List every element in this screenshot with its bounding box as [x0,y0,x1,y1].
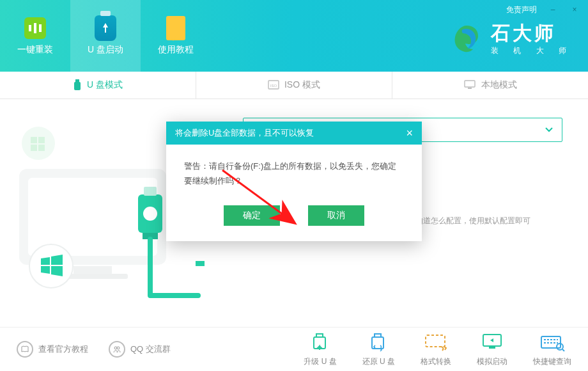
svg-rect-13 [144,187,157,196]
book-icon [17,341,33,358]
confirm-dialog: 将会删除U盘全部数据，且不可以恢复 × 警告：请自行备份(F:)盘上的所有数据，… [166,122,422,241]
nav-tutorial[interactable]: 使用教程 [141,0,211,72]
svg-rect-9 [74,266,112,274]
qq-group-label: QQ 交流群 [130,343,171,355]
chevron-down-icon [545,127,553,132]
usb-icon [73,79,82,91]
tool-restore-label: 还原 U 盘 [362,356,395,367]
tool-format-convert[interactable]: 格式转换 [421,332,451,367]
svg-rect-16 [196,261,205,266]
tab-iso-mode[interactable]: ISO ISO 模式 [196,72,392,99]
tool-upgrade-label: 升级 U 盘 [304,356,336,367]
restore-udisk-icon [366,332,391,352]
upgrade-udisk-icon [307,332,333,352]
disclaimer-link[interactable]: 免责声明 [506,4,537,15]
tab-udisk-label: U 盘模式 [87,79,123,91]
dialog-title: 将会删除U盘全部数据，且不可以恢复 [175,127,314,139]
topbar: 一键重装 U 盘启动 使用教程 免责声明 – × [0,0,588,72]
bottom-tools: 升级 U 盘 还原 U 盘 格式转换 模拟启动 [304,332,571,367]
cancel-button[interactable]: 取消 [308,205,364,226]
tab-local-mode[interactable]: 本地模式 [392,72,588,99]
tool-hotkey-query[interactable]: 快捷键查询 [533,332,571,367]
mode-tabs: U 盘模式 ISO ISO 模式 本地模式 [0,72,588,99]
tab-iso-label: ISO 模式 [284,79,320,91]
official-tutorial-label: 查看官方教程 [38,343,88,355]
svg-rect-23 [426,335,445,347]
monitor-icon [463,80,476,90]
svg-rect-25 [489,347,495,349]
brand-logo-icon [450,23,483,56]
svg-text:ISO: ISO [270,84,277,88]
tool-simulate-label: 模拟启动 [477,356,507,367]
tool-upgrade-udisk[interactable]: 升级 U 盘 [304,332,336,367]
brand: 石大师 装 机 大 师 [450,23,573,56]
hotkey-query-icon [539,332,565,352]
main-nav: 一键重装 U 盘启动 使用教程 [0,0,211,72]
tool-format-label: 格式转换 [421,356,451,367]
dialog-body: 警告：请自行备份(F:)盘上的所有数据，以免丢失，您确定要继续制作吗？ [166,145,422,205]
brand-name: 石大师 [491,24,573,43]
close-button[interactable]: × [569,4,580,15]
svg-rect-5 [468,88,472,89]
simulate-boot-icon [479,332,505,352]
udisk-icon [93,16,118,40]
dialog-close-button[interactable]: × [406,127,413,139]
ok-button[interactable]: 确定 [224,205,280,226]
minimize-button[interactable]: – [547,4,559,15]
window-controls: 免责声明 – × [506,4,580,15]
svg-line-30 [562,349,564,351]
svg-point-18 [117,347,120,349]
tab-udisk-mode[interactable]: U 盘模式 [0,72,196,99]
svg-rect-0 [75,79,79,82]
iso-icon: ISO [268,80,279,90]
nav-udisk-boot[interactable]: U 盘启动 [70,0,141,72]
people-icon [109,341,125,358]
svg-point-17 [114,347,117,349]
svg-rect-4 [465,81,475,87]
tutorial-icon [164,16,188,40]
tool-hotkey-label: 快捷键查询 [533,356,571,367]
dialog-buttons: 确定 取消 [166,205,422,241]
app-window: 一键重装 U 盘启动 使用教程 免责声明 – × [0,0,588,371]
tab-local-label: 本地模式 [481,79,517,91]
official-tutorial-link[interactable]: 查看官方教程 [17,341,88,358]
qq-group-link[interactable]: QQ 交流群 [109,341,171,358]
bottom-bar: 查看官方教程 QQ 交流群 升级 U 盘 还原 U 盘 [0,327,588,371]
nav-tutorial-label: 使用教程 [158,44,194,56]
nav-udisk-label: U 盘启动 [88,44,123,56]
dialog-titlebar: 将会删除U盘全部数据，且不可以恢复 × [166,122,422,145]
nav-reinstall-label: 一键重装 [17,44,53,56]
format-convert-icon [423,332,449,352]
svg-point-14 [143,207,157,221]
tool-simulate-boot[interactable]: 模拟启动 [477,332,507,367]
nav-reinstall[interactable]: 一键重装 [0,0,70,72]
brand-subtitle: 装 机 大 师 [491,45,573,56]
reinstall-icon [23,16,47,40]
svg-rect-1 [74,82,81,90]
tool-restore-udisk[interactable]: 还原 U 盘 [362,332,395,367]
